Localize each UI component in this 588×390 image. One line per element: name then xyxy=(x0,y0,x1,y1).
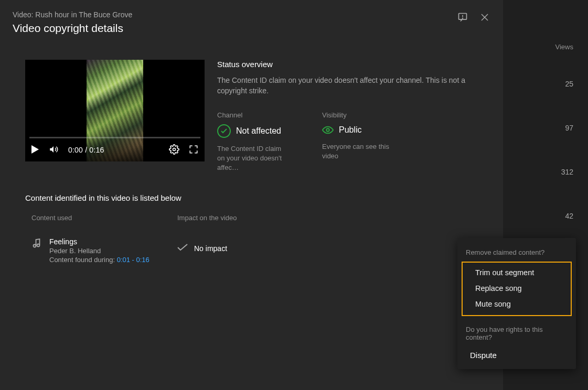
actions-popup: Remove claimed content? Trim out segment… xyxy=(457,238,576,369)
channel-sub: The Content ID claim on your video doesn… xyxy=(217,144,291,173)
eye-icon xyxy=(322,124,334,136)
claim-row: Feelings Peder B. Helland Content found … xyxy=(25,237,478,265)
svg-point-8 xyxy=(326,128,329,132)
music-note-icon xyxy=(31,237,42,265)
svg-marker-5 xyxy=(31,145,39,154)
play-icon[interactable] xyxy=(31,145,39,155)
popup-remove-label: Remove claimed content? xyxy=(457,245,576,261)
claim-artist: Peder B. Helland xyxy=(49,247,149,255)
column-content-used: Content used xyxy=(25,214,177,222)
svg-point-2 xyxy=(463,18,463,18)
claim-title: Feelings xyxy=(49,237,149,246)
video-player[interactable]: 0:00 / 0:16 xyxy=(25,60,205,161)
mute-song-item[interactable]: Mute song xyxy=(463,296,571,312)
status-heading: Status overview xyxy=(217,60,490,69)
close-icon[interactable] xyxy=(479,12,490,23)
video-time: 0:00 / 0:16 xyxy=(68,146,104,154)
claim-range-link[interactable]: 0:01 - 0:16 xyxy=(117,256,149,264)
channel-status-card: Channel Not affected The Content ID clai… xyxy=(217,111,291,173)
popup-rights-label: Do you have rights to this content? xyxy=(457,320,576,345)
claims-section-title: Content identified in this video is list… xyxy=(25,193,478,202)
copyright-dialog: Video: Rush hour in The Buce Grove Video… xyxy=(0,0,503,390)
status-description: The Content ID claim on your video doesn… xyxy=(217,75,479,96)
dialog-title: Video copyright details xyxy=(13,22,490,35)
visibility-value: Public xyxy=(339,125,362,135)
claim-range: Content found during: 0:01 - 0:16 xyxy=(49,256,149,264)
replace-song-item[interactable]: Replace song xyxy=(463,280,571,296)
video-subtitle: Video: Rush hour in The Buce Grove xyxy=(13,10,490,19)
checkmark-icon xyxy=(177,244,188,253)
views-column-header: Views xyxy=(555,43,573,51)
svg-point-7 xyxy=(173,148,176,150)
views-value: 42 xyxy=(565,212,573,220)
svg-marker-6 xyxy=(50,146,54,153)
feedback-icon[interactable] xyxy=(457,12,468,23)
fullscreen-icon[interactable] xyxy=(189,145,198,156)
channel-label: Channel xyxy=(217,111,291,119)
check-circle-icon xyxy=(217,124,231,138)
claim-impact: No impact xyxy=(194,244,227,253)
svg-point-10 xyxy=(37,244,40,247)
visibility-sub: Everyone can see this video xyxy=(322,142,395,161)
volume-icon[interactable] xyxy=(48,145,59,156)
settings-icon[interactable] xyxy=(169,144,179,156)
column-impact: Impact on the video xyxy=(177,214,237,222)
popup-highlight-box: Trim out segment Replace song Mute song xyxy=(462,262,572,316)
views-value: 97 xyxy=(565,124,573,132)
views-value: 25 xyxy=(565,80,573,88)
trim-segment-item[interactable]: Trim out segment xyxy=(463,265,571,280)
dispute-item[interactable]: Dispute xyxy=(457,345,576,363)
visibility-label: Visibility xyxy=(322,111,395,119)
visibility-status-card: Visibility Public Everyone can see this … xyxy=(322,111,395,173)
views-value: 312 xyxy=(561,168,573,176)
channel-value: Not affected xyxy=(236,126,281,136)
